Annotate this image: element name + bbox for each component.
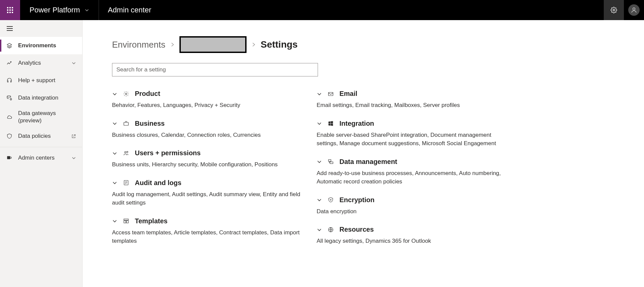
chevron-down-icon xyxy=(112,151,117,156)
brand-switcher[interactable]: Power Platform xyxy=(20,0,99,20)
user-icon xyxy=(631,7,637,13)
setting-group-audit-logs[interactable]: Audit and logs Audit log management, Aud… xyxy=(112,179,303,207)
hamburger-icon xyxy=(7,26,13,31)
sidebar-item-sublabel: (preview) xyxy=(18,117,56,124)
setting-group-templates[interactable]: Templates Access team templates, Article… xyxy=(112,217,303,245)
setting-group-desc: Behavior, Features, Languages, Privacy +… xyxy=(112,101,303,110)
waffle-icon xyxy=(7,7,13,13)
layers-icon xyxy=(6,43,13,49)
svg-point-2 xyxy=(7,96,11,97)
setting-group-desc: Business units, Hierarchy security, Mobi… xyxy=(112,160,303,169)
svg-point-1 xyxy=(633,8,635,10)
breadcrumb-current: Settings xyxy=(261,39,298,50)
svg-rect-12 xyxy=(124,221,126,223)
chevron-down-icon xyxy=(112,180,117,185)
chevron-down-icon xyxy=(317,121,322,126)
cloud-icon xyxy=(6,114,13,120)
data-management-icon xyxy=(327,159,334,165)
page-title: Admin center xyxy=(99,0,604,20)
topbar: Power Platform Admin center xyxy=(0,0,644,20)
settings-button[interactable] xyxy=(604,0,624,20)
chevron-right-icon xyxy=(251,41,256,48)
setting-group-desc: Audit log management, Audit settings, Au… xyxy=(112,190,303,207)
app-launcher-button[interactable] xyxy=(0,0,20,20)
chevron-down-icon xyxy=(112,218,117,224)
svg-rect-13 xyxy=(126,221,128,223)
chevron-down-icon xyxy=(71,61,76,65)
setting-group-title: Encryption xyxy=(339,196,374,204)
setting-group-title: Audit and logs xyxy=(135,179,181,187)
headset-icon xyxy=(6,77,13,83)
svg-point-8 xyxy=(125,151,126,153)
svg-point-0 xyxy=(613,9,615,11)
setting-group-title: Email xyxy=(339,90,357,98)
chevron-right-icon xyxy=(170,41,175,48)
setting-group-product[interactable]: Product Behavior, Features, Languages, P… xyxy=(112,90,303,110)
sidebar-item-label: Data gateways xyxy=(18,110,56,117)
setting-group-integration[interactable]: Integration Enable server-based SharePoi… xyxy=(317,120,508,148)
setting-group-business[interactable]: Business Business closures, Calendar, Co… xyxy=(112,120,303,139)
chevron-down-icon xyxy=(317,91,322,97)
shield-lock-icon xyxy=(327,197,334,203)
setting-group-data-management[interactable]: Data management Add ready-to-use busines… xyxy=(317,158,508,186)
setting-group-title: Data management xyxy=(339,158,397,166)
search-input[interactable] xyxy=(112,63,318,76)
sidebar-item-data-policies[interactable]: Data policies xyxy=(0,127,82,145)
sidebar-item-label: Data integration xyxy=(18,95,58,101)
sidebar-item-environments[interactable]: Environments xyxy=(0,37,82,54)
breadcrumb-environment-redacted[interactable] xyxy=(179,36,247,53)
sidebar-item-label: Environments xyxy=(18,42,56,49)
settings-column-right: Email Email settings, Email tracking, Ma… xyxy=(317,90,508,245)
chevron-down-icon xyxy=(112,91,117,97)
setting-group-desc: Access team templates, Article templates… xyxy=(112,228,303,245)
admin-centers-icon xyxy=(6,155,13,161)
windows-icon xyxy=(327,120,334,126)
sidebar-item-data-gateways[interactable]: Data gateways (preview) xyxy=(0,107,82,127)
avatar xyxy=(628,4,640,16)
setting-group-desc: Data encryption xyxy=(317,207,508,216)
chevron-down-icon xyxy=(112,121,117,126)
sidebar-item-label: Admin centers xyxy=(18,155,55,161)
setting-group-resources[interactable]: Resources All legacy settings, Dynamics … xyxy=(317,226,508,245)
briefcase-icon xyxy=(123,120,129,126)
setting-group-title: Users + permissions xyxy=(135,149,201,157)
breadcrumb: Environments Settings xyxy=(112,36,631,53)
chevron-down-icon xyxy=(71,156,76,160)
database-sync-icon xyxy=(6,95,13,101)
sidebar-item-analytics[interactable]: Analytics xyxy=(0,54,82,72)
sidebar: Environments Analytics Help + support Da… xyxy=(0,20,83,287)
main-content: Environments Settings xyxy=(83,20,644,287)
collapse-sidebar-button[interactable] xyxy=(0,20,82,37)
sidebar-item-label: Help + support xyxy=(18,77,55,84)
setting-group-desc: Add ready-to-use business processes, Ann… xyxy=(317,169,508,186)
chart-line-icon xyxy=(6,60,13,66)
setting-group-users-permissions[interactable]: Users + permissions Business units, Hier… xyxy=(112,149,303,169)
setting-group-title: Business xyxy=(135,120,165,127)
chevron-down-icon xyxy=(85,8,89,12)
setting-group-desc: All legacy settings, Dynamics 365 for Ou… xyxy=(317,237,508,245)
svg-point-17 xyxy=(330,199,331,200)
gear-icon xyxy=(123,91,129,97)
audit-log-icon xyxy=(123,180,129,186)
user-menu-button[interactable] xyxy=(624,0,644,20)
breadcrumb-root[interactable]: Environments xyxy=(112,40,165,50)
settings-column-left: Product Behavior, Features, Languages, P… xyxy=(112,90,303,245)
gear-icon xyxy=(610,7,617,13)
svg-rect-16 xyxy=(330,162,333,164)
svg-point-6 xyxy=(125,93,127,95)
sidebar-item-label: Data policies xyxy=(18,133,51,139)
setting-group-title: Resources xyxy=(339,226,374,233)
sidebar-item-data-integration[interactable]: Data integration xyxy=(0,89,82,107)
chevron-down-icon xyxy=(317,197,322,203)
setting-group-desc: Enable server-based SharePoint integrati… xyxy=(317,131,508,148)
mail-icon xyxy=(327,91,334,97)
setting-group-title: Templates xyxy=(135,217,167,225)
svg-point-9 xyxy=(127,151,128,153)
external-link-icon xyxy=(71,134,76,139)
setting-group-encryption[interactable]: Encryption Data encryption xyxy=(317,196,508,216)
template-icon xyxy=(123,218,129,224)
setting-group-desc: Business closures, Calendar, Connection … xyxy=(112,131,303,139)
setting-group-email[interactable]: Email Email settings, Email tracking, Ma… xyxy=(317,90,508,110)
sidebar-item-help-support[interactable]: Help + support xyxy=(0,72,82,89)
sidebar-item-admin-centers[interactable]: Admin centers xyxy=(0,149,82,167)
